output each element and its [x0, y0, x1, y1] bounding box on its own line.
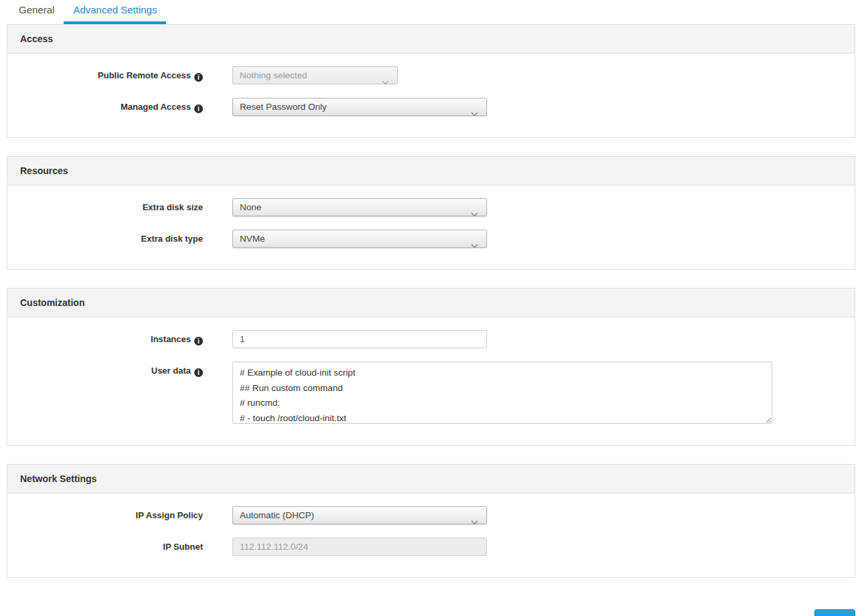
field-extra-disk-size: Extra disk size None — [7, 198, 855, 216]
instances-input[interactable] — [232, 330, 487, 348]
customization-section-body: Instancesi User datai # Example of cloud… — [7, 317, 855, 445]
resources-section: Resources Extra disk size None Extra dis… — [7, 156, 855, 270]
managed-access-select[interactable]: Reset Password Only — [232, 98, 487, 116]
extra-disk-size-select[interactable]: None — [232, 198, 487, 216]
ip-assign-policy-select-value: Automatic (DHCP) — [240, 507, 314, 524]
extra-disk-type-select-value: NVMe — [240, 230, 265, 247]
user-data-label-text: User data — [151, 366, 191, 376]
access-section: Access Public Remote Accessi Nothing sel… — [7, 24, 855, 138]
ip-subnet-label: IP Subnet — [7, 538, 203, 552]
field-managed-access: Managed Accessi Reset Password Only — [7, 98, 855, 116]
chevron-down-icon — [471, 237, 478, 254]
public-remote-access-label-text: Public Remote Access — [98, 70, 191, 80]
public-remote-access-select: Nothing selected — [232, 66, 398, 84]
network-settings-section: Network Settings IP Assign Policy Automa… — [7, 464, 855, 578]
extra-disk-size-label-text: Extra disk size — [143, 202, 203, 212]
info-icon[interactable]: i — [194, 73, 203, 82]
extra-disk-size-select-value: None — [240, 199, 261, 216]
customization-section: Customization Instancesi User datai # Ex… — [7, 288, 855, 446]
user-data-textarea[interactable]: # Example of cloud-init script ## Run cu… — [232, 362, 772, 424]
tab-general[interactable]: General — [9, 2, 64, 24]
instances-label: Instancesi — [7, 330, 203, 345]
field-instances: Instancesi — [7, 330, 855, 348]
ip-subnet-input — [232, 538, 487, 556]
ip-assign-policy-select[interactable]: Automatic (DHCP) — [232, 506, 487, 524]
tab-bar: General Advanced Settings — [0, 2, 866, 24]
info-icon[interactable]: i — [194, 368, 203, 377]
info-icon[interactable]: i — [194, 104, 203, 113]
field-ip-assign-policy: IP Assign Policy Automatic (DHCP) — [7, 506, 855, 524]
extra-disk-type-label: Extra disk type — [7, 230, 203, 244]
customization-section-header: Customization — [7, 289, 855, 317]
extra-disk-size-label: Extra disk size — [7, 198, 203, 212]
field-ip-subnet: IP Subnet — [7, 538, 855, 556]
field-public-remote-access: Public Remote Accessi Nothing selected — [7, 66, 855, 84]
order-button[interactable]: Order — [814, 609, 855, 616]
managed-access-label: Managed Accessi — [7, 98, 203, 113]
footer-actions: Order — [0, 596, 866, 616]
tab-advanced-settings[interactable]: Advanced Settings — [64, 2, 166, 24]
field-user-data: User datai # Example of cloud-init scrip… — [7, 362, 855, 424]
network-settings-section-body: IP Assign Policy Automatic (DHCP) IP Sub… — [7, 493, 855, 577]
info-icon[interactable]: i — [194, 337, 203, 345]
field-extra-disk-type: Extra disk type NVMe — [7, 230, 855, 248]
resources-section-header: Resources — [7, 157, 855, 185]
access-section-header: Access — [7, 25, 855, 54]
public-remote-access-select-value: Nothing selected — [240, 67, 307, 84]
resources-section-body: Extra disk size None Extra disk type NVM… — [7, 185, 855, 269]
ip-subnet-label-text: IP Subnet — [163, 542, 203, 552]
network-settings-section-header: Network Settings — [7, 465, 855, 493]
instances-label-text: Instances — [151, 334, 191, 344]
chevron-down-icon — [382, 74, 389, 90]
public-remote-access-label: Public Remote Accessi — [7, 66, 203, 82]
user-data-label: User datai — [7, 362, 203, 377]
chevron-down-icon — [471, 206, 478, 222]
extra-disk-type-select[interactable]: NVMe — [232, 230, 487, 248]
access-section-body: Public Remote Accessi Nothing selected M… — [7, 54, 855, 137]
managed-access-select-value: Reset Password Only — [240, 98, 327, 115]
ip-assign-policy-label-text: IP Assign Policy — [136, 510, 203, 520]
advanced-settings-page: General Advanced Settings Access Public … — [0, 2, 866, 616]
extra-disk-type-label-text: Extra disk type — [141, 234, 204, 244]
chevron-down-icon — [471, 514, 478, 530]
ip-assign-policy-label: IP Assign Policy — [7, 506, 203, 520]
managed-access-label-text: Managed Access — [121, 102, 191, 112]
chevron-down-icon — [471, 105, 478, 122]
